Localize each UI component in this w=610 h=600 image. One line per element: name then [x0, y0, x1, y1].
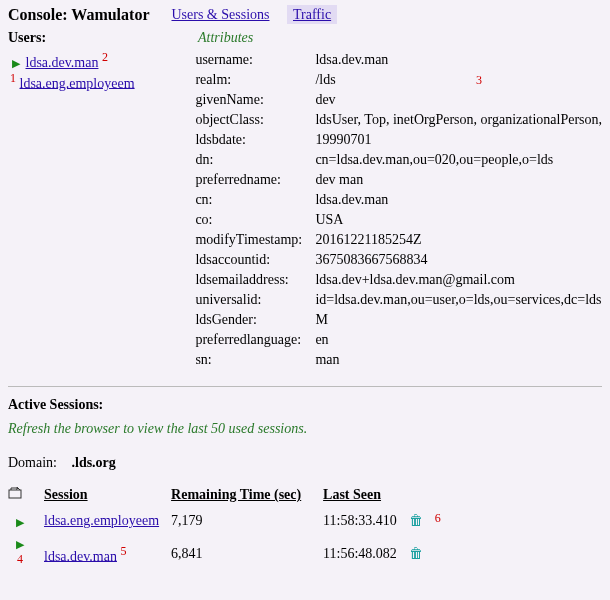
col-session[interactable]: Session — [44, 485, 171, 509]
attributes-panel: username:ldsa.dev.man realm:/lds3 givenN… — [175, 50, 602, 370]
users-heading: Users: — [8, 30, 198, 46]
domain-line: Domain: .lds.org — [8, 455, 602, 471]
table-row: ▶ ldsa.eng.employeem 7,179 11:58:33.410 … — [8, 509, 453, 534]
attr-val: cn=ldsa.dev.man,ou=020,ou=people,o=lds — [315, 150, 602, 170]
session-last-seen: 11:58:33.410 — [323, 509, 409, 534]
refresh-hint: Refresh the browser to view the last 50 … — [8, 421, 602, 437]
tab-traffic[interactable]: Traffic — [287, 5, 337, 24]
attr-val: man — [315, 350, 602, 370]
attr-val: USA — [315, 210, 602, 230]
domain-label: Domain: — [8, 455, 68, 471]
session-user-link[interactable]: ldsa.dev.man — [44, 548, 117, 563]
table-header-row: Session Remaining Time (sec) Last Seen — [8, 485, 453, 509]
attr-val: /lds — [315, 70, 596, 90]
attr-val: 20161221185254Z — [315, 230, 602, 250]
attribute-row: universalid:id=ldsa.dev.man,ou=user,o=ld… — [175, 290, 602, 310]
attr-val: ldsa.dev.man — [315, 190, 602, 210]
attr-key: dn: — [175, 150, 315, 170]
attr-key: preferredname: — [175, 170, 315, 190]
console-title: Console: Wamulator — [8, 6, 149, 24]
attribute-row: sn:man — [175, 350, 602, 370]
col-remaining[interactable]: Remaining Time (sec) — [171, 485, 323, 509]
attr-val: 3675083667568834 — [315, 250, 602, 270]
attr-val: en — [315, 330, 602, 350]
attr-val: ldsUser, Top, inetOrgPerson, organizatio… — [315, 110, 602, 130]
svg-rect-0 — [9, 490, 21, 498]
list-item: ▶ ldsa.dev.man 2 — [12, 50, 175, 71]
page-header: Console: Wamulator Users & Sessions Traf… — [8, 6, 602, 24]
attr-val: id=ldsa.dev.man,ou=user,o=lds,ou=service… — [315, 290, 602, 310]
attribute-row: realm:/lds3 — [175, 70, 602, 90]
attr-val: dev — [315, 90, 602, 110]
attribute-row: modifyTimestamp:20161221185254Z — [175, 230, 602, 250]
annotation-3: 3 — [476, 70, 482, 90]
attr-val: 19990701 — [315, 130, 602, 150]
attr-key: username: — [175, 50, 315, 70]
attr-key: objectClass: — [175, 110, 315, 130]
attribute-row: givenName:dev — [175, 90, 602, 110]
attr-key: ldsGender: — [175, 310, 315, 330]
expand-arrow-icon[interactable]: ▶ — [15, 516, 25, 529]
expand-arrow-icon[interactable]: ▶ — [15, 538, 25, 551]
expand-arrow-icon[interactable]: ▶ — [12, 57, 22, 70]
annotation-1: 1 — [10, 71, 16, 85]
users-list: ▶ ldsa.dev.man 2 1 ldsa.eng.employeem — [8, 50, 175, 370]
attribute-row: ldsaccountid:3675083667568834 — [175, 250, 602, 270]
attr-key: preferredlanguage: — [175, 330, 315, 350]
list-item: 1 ldsa.eng.employeem — [12, 71, 175, 92]
attr-key: co: — [175, 210, 315, 230]
attr-key: sn: — [175, 350, 315, 370]
attr-key: ldsaccountid: — [175, 250, 315, 270]
col-last-seen[interactable]: Last Seen — [323, 485, 409, 509]
attribute-row: ldsemailaddress:ldsa.dev+ldsa.dev.man@gm… — [175, 270, 602, 290]
attr-key: modifyTimestamp: — [175, 230, 315, 250]
attr-key: universalid: — [175, 290, 315, 310]
attr-key: cn: — [175, 190, 315, 210]
annotation-6: 6 — [435, 511, 441, 525]
attr-val: ldsa.dev+ldsa.dev.man@gmail.com — [315, 270, 602, 290]
domain-value: .lds.org — [72, 455, 116, 470]
attr-val: ldsa.dev.man — [315, 50, 602, 70]
column-headings: Users: Attributes — [8, 30, 602, 46]
attribute-row: preferredname:dev man — [175, 170, 602, 190]
attr-val: dev man — [315, 170, 602, 190]
annotation-4: 4 — [17, 552, 23, 566]
attribute-row: username:ldsa.dev.man — [175, 50, 602, 70]
user-link[interactable]: ldsa.eng.employeem — [20, 75, 135, 90]
trash-icon[interactable]: 🗑 — [409, 513, 423, 528]
sessions-table: Session Remaining Time (sec) Last Seen ▶… — [8, 485, 453, 574]
session-remaining: 7,179 — [171, 509, 323, 534]
session-remaining: 6,841 — [171, 534, 323, 575]
tab-users-sessions[interactable]: Users & Sessions — [165, 5, 275, 24]
attribute-row: dn:cn=ldsa.dev.man,ou=020,ou=people,o=ld… — [175, 150, 602, 170]
section-divider — [8, 386, 602, 387]
user-link[interactable]: ldsa.dev.man — [26, 55, 99, 70]
tab-bar: Users & Sessions Traffic — [165, 7, 345, 23]
trash-icon[interactable]: 🗑 — [409, 546, 423, 561]
attribute-row: ldsGender:M — [175, 310, 602, 330]
attribute-row: preferredlanguage:en — [175, 330, 602, 350]
refresh-column-header — [8, 485, 44, 509]
attribute-row: objectClass:ldsUser, Top, inetOrgPerson,… — [175, 110, 602, 130]
attr-key: ldsbdate: — [175, 130, 315, 150]
attributes-heading: Attributes — [198, 30, 253, 46]
session-last-seen: 11:56:48.082 — [323, 534, 409, 575]
attr-key: realm: — [175, 70, 315, 90]
attribute-row: ldsbdate:19990701 — [175, 130, 602, 150]
table-row: ▶ 4 ldsa.dev.man 5 6,841 11:56:48.082 🗑 — [8, 534, 453, 575]
attribute-row: co:USA — [175, 210, 602, 230]
annotation-2: 2 — [102, 50, 108, 64]
attribute-row: cn:ldsa.dev.man — [175, 190, 602, 210]
annotation-5: 5 — [120, 544, 126, 558]
session-user-link[interactable]: ldsa.eng.employeem — [44, 513, 159, 528]
attr-key: givenName: — [175, 90, 315, 110]
attr-val: M — [315, 310, 602, 330]
refresh-icon[interactable] — [8, 487, 22, 499]
attr-key: ldsemailaddress: — [175, 270, 315, 290]
active-sessions-heading: Active Sessions: — [8, 397, 602, 413]
